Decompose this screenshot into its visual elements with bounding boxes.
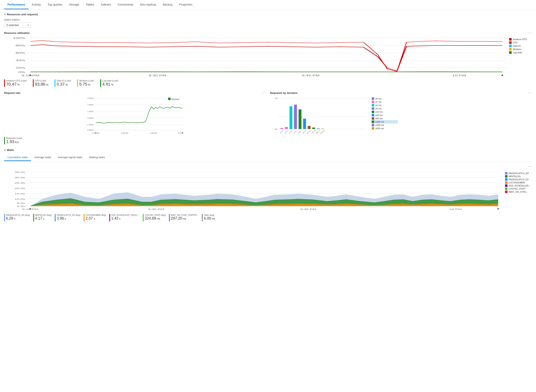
svg-text:9:45 PM: 9:45 PM (150, 132, 157, 134)
metric-unit-data-io: % (65, 83, 68, 86)
svg-text:100%: 100% (13, 37, 25, 39)
req-legend-color-0ms (372, 97, 374, 100)
tab-average-signal-waits[interactable]: Average signal waits (55, 154, 86, 161)
req-legend-color-20ms (372, 114, 374, 117)
nav-item-storage[interactable]: Storage (66, 0, 83, 9)
nav-item-performance[interactable]: Performance (4, 0, 28, 9)
resource-ellipsis-btn[interactable]: ··· (528, 31, 532, 35)
legend-color-data-io (509, 45, 512, 47)
waits-metric-pageiolatch-sh: PAGEIOLATCH_SH (Avg) 6.28 s (4, 214, 30, 221)
metric-value-log-write: 4.91 (102, 82, 110, 86)
resource-chart-svg: 100% 80% 60% 40% 20% 0% (4, 36, 507, 77)
metric-log-write: Log write (Last) 4.91 % (100, 79, 118, 87)
metric-unit-instance-cpu: % (17, 83, 20, 86)
requests-duration-legend: ≥0 ms ≥1 ms ≥2 ms ≥5 ms (371, 96, 398, 135)
waits-legend-item-writelog: WRITELOG (505, 175, 532, 177)
cumulative-waits-chart-area: 35.0s 30.0s 25.0s 20.0s 15.0s 10.0s 5.0s… (4, 170, 503, 212)
metric-unit-cpu: % (46, 83, 49, 86)
legend-item-instance-cpu: Instance CPU (509, 38, 532, 41)
waits-legend-item-sos-scheduler: SOS_SCHEDULER... (505, 184, 532, 187)
metric-value-requests: 1.93 (6, 139, 14, 144)
svg-text:1.50K/s: 1.50K/s (88, 110, 94, 112)
waits-legend-item-pageiolatch-sh: PAGEIOLATCH_SH (505, 172, 532, 174)
select-metrics-dropdown[interactable]: 5 selected ▾ (4, 23, 31, 28)
svg-text:≥100 ms: ≥100 ms (311, 129, 316, 134)
metric-value-data-io: 0.37 (57, 82, 65, 86)
resources-section-header[interactable]: ∧ Resources and requests (4, 13, 532, 16)
nav-item-properties[interactable]: Properties (176, 0, 196, 9)
svg-text:≥1 ms: ≥1 ms (284, 130, 288, 134)
svg-text:▲: ▲ (500, 74, 505, 76)
nav-item-top-queries[interactable]: Top queries (44, 0, 66, 9)
req-legend-item-500ms: ≥500 ms (371, 127, 398, 130)
metric-instance-cpu: Instance CPU (Last) 70.47 % (4, 79, 27, 87)
nav-item-connectivity[interactable]: Connectivity (114, 0, 137, 9)
waits-legend-color-writelog (505, 175, 508, 177)
tab-average-waits[interactable]: Average waits (31, 154, 54, 161)
waits-metric-unit-wait-on-sync: ms (183, 217, 186, 220)
svg-text:1.00K/s: 1.00K/s (88, 117, 94, 119)
chevron-down-icon-select: ▾ (28, 24, 29, 26)
waits-metric-cxconsumer: CXCONSUMER (Avg) 2.07 s (84, 214, 106, 221)
requests-duration-ellipsis[interactable]: ··· (528, 91, 532, 95)
resource-utilization-section: Resource utilization ··· 100% (4, 31, 532, 87)
legend-color-workers (509, 48, 512, 51)
svg-text:2.00K/s: 2.00K/s (88, 104, 94, 106)
svg-text:9:30 PM: 9:30 PM (148, 208, 164, 210)
nav-item-backup[interactable]: Backup (160, 0, 176, 9)
legend-label-data-io: Data IO (513, 45, 521, 47)
req-legend-item-50ms: ≥50 ms (371, 117, 398, 120)
req-legend-color-1ms (372, 101, 374, 103)
metric-label-cpu: CPU (Last) (35, 79, 48, 82)
waits-metric-value-other: 6.00 (204, 216, 211, 220)
waits-metric-unit-other: ms (212, 217, 215, 220)
waits-metrics-row: PAGEIOLATCH_SH (Avg) 6.28 s WRITELOG (Av… (4, 214, 532, 221)
waits-legend-item-cxconsumer: CXCONSUMER (505, 181, 532, 184)
metric-color-bar-data-io (55, 79, 55, 87)
tab-waiting-tasks[interactable]: Waiting tasks (86, 154, 108, 161)
req-legend-color-100ms (372, 121, 374, 123)
metric-color-bar-workers (77, 79, 78, 87)
waits-metric-value-cxconsumer: 2.07 (86, 216, 93, 220)
cumulative-waits-chart-title-row: ··· (4, 165, 532, 168)
metric-value-cpu: 93.86 (35, 82, 45, 86)
svg-text:10 PM: 10 PM (449, 208, 462, 210)
resource-chart-container: 100% 80% 60% 40% 20% 0% (4, 36, 532, 77)
waits-section-header[interactable]: ∧ Waits (4, 149, 532, 152)
legend-item-workers: Workers (509, 48, 532, 51)
nav-item-indexes[interactable]: Indexes (97, 0, 114, 9)
req-legend-item-20ms: ≥20 ms (371, 113, 398, 117)
svg-rect-51 (317, 128, 320, 129)
waits-legend-item-cxsync-port: CXSYNC_PORT (505, 187, 532, 190)
req-legend-item-100ms: ≥100 ms (371, 120, 398, 123)
svg-rect-36 (168, 98, 171, 100)
waits-tabs: Cumulative waits Average waits Average s… (4, 154, 532, 161)
waits-metric-label-cxsync-port: CXSYNC_PORT (Avg) (145, 214, 166, 216)
resource-chart-legend: Instance CPU CPU Data IO Workers (509, 36, 532, 77)
waits-metric-unit-cxsync-port: ms (157, 217, 160, 220)
waits-metric-label-wait-on-sync: WAIT_ON_SYNC_STATISTI... (171, 214, 199, 216)
svg-rect-45 (290, 106, 292, 129)
waits-metric-label-cxconsumer: CXCONSUMER (Avg) (86, 214, 106, 216)
svg-text:5.0s: 5.0s (17, 202, 25, 204)
request-rate-ellipsis[interactable]: ··· (262, 91, 266, 95)
waits-metric-other: Other (Avg) 6.00 ms (202, 214, 215, 221)
nav-item-activity[interactable]: Activity (28, 0, 44, 9)
req-legend-color-200ms (372, 124, 374, 126)
cumulative-waits-ellipsis[interactable]: ··· (528, 165, 532, 168)
waits-metric-bar-sos-scheduler (109, 214, 110, 221)
svg-text:0.00K/s: 0.00K/s (88, 129, 94, 131)
metrics-row: Instance CPU (Last) 70.47 % CPU (Last) 9… (4, 79, 532, 87)
requests-duration-svg: 1M 0M (270, 96, 369, 135)
legend-label-instance-cpu: Instance CPU (513, 38, 527, 41)
waits-metric-unit-pageiolatch-sh: s (14, 217, 15, 220)
request-rate-section: Request rate ··· 2.50K/s 2.00K/s (4, 91, 266, 144)
tab-cumulative-waits[interactable]: Cumulative waits (4, 154, 31, 161)
legend-label-log-write: Log write (513, 51, 522, 54)
nav-item-tables[interactable]: Tables (83, 0, 97, 9)
svg-text:80%: 80% (16, 44, 25, 47)
waits-metric-sos-scheduler: SOS_SCHEDULER_YIELD (... 1.42 s (109, 214, 139, 221)
metric-requests: Requests (Last) 1.93 K/s (4, 137, 22, 144)
nav-item-geo-replicas[interactable]: Geo-replicas (137, 0, 160, 9)
waits-legend-color-pageiolatch-ex (505, 178, 508, 181)
